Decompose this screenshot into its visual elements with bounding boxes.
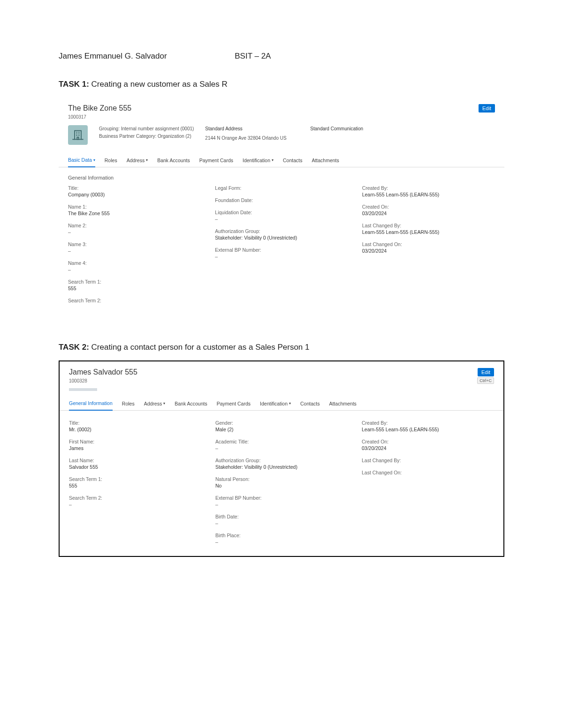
tab-basic-data[interactable]: Basic Data ▾ [68,154,95,167]
field-auth-group: Authorization Group: Stakeholder: Visibi… [215,458,348,470]
field-value: – [215,520,348,526]
edit-button[interactable]: Edit [478,368,494,376]
field-label: Name 1: [68,204,201,210]
form-col-3: Created By: Learn-555 Learn-555 (LEARN-5… [362,185,495,303]
screenshot-1: The Bike Zone 555 1000317 Edit Grouping:… [59,98,504,315]
field-value: 555 [68,285,201,291]
field-label: Authorization Group: [215,228,348,234]
field-label: Birth Date: [215,514,348,519]
field-value: The Bike Zone 555 [68,210,201,216]
field-value: Learn-555 Learn-555 (LEARN-555) [362,192,495,197]
field-value: 03/20/2024 [362,445,494,451]
field-value: Learn-555 Learn-555 (LEARN-555) [362,229,495,235]
field-natural-person: Natural Person: No [215,476,348,488]
form-grid: Title: Company (0003) Name 1: The Bike Z… [59,185,504,315]
field-label: Last Changed By: [362,223,495,228]
field-legal-form: Legal Form: [215,185,348,191]
tab-contacts[interactable]: Contacts [283,154,302,167]
tabs-bar: General Information Roles Address ▾ Bank… [60,398,503,411]
field-created-on: Created On: 03/20/2024 [362,204,495,216]
task2-heading: TASK 2: Creating a contact person for a … [59,343,504,352]
field-label: External BP Number: [215,495,348,501]
field-value: Company (0003) [68,192,201,197]
field-value: 03/20/2024 [362,210,495,216]
form-col-2: Gender: Male (2) Academic Title: – Autho… [215,420,348,545]
edit-button[interactable]: Edit [479,104,495,113]
tab-address[interactable]: Address ▾ [144,398,166,410]
field-name1: Name 1: The Bike Zone 555 [68,204,201,216]
field-last-changed-by: Last Changed By: Learn-555 Learn-555 (LE… [362,223,495,235]
field-value: – [68,229,201,235]
field-value: 555 [69,483,201,488]
tab-bank-accounts[interactable]: Bank Accounts [175,398,207,410]
field-label: Title: [69,420,201,426]
chevron-down-icon: ▾ [163,401,165,405]
form-col-1: Title: Mr. (0002) First Name: James Last… [69,420,201,545]
field-label: Search Term 1: [68,279,201,285]
field-title: Title: Mr. (0002) [69,420,201,432]
field-search-term-2: Search Term 2: [68,298,201,303]
field-name3: Name 3: – [68,241,201,254]
tab-payment-cards[interactable]: Payment Cards [217,398,251,410]
field-label: Birth Place: [215,533,348,538]
field-label: Title: [68,185,201,191]
screenshot-2: James Salvador 555 1000328 Edit Ctrl+C G… [59,360,504,557]
overview-row: Grouping: Internal number assignment (00… [59,123,504,154]
field-auth-group: Authorization Group: Stakeholder: Visibi… [215,228,348,240]
tab-roles[interactable]: Roles [122,398,135,410]
std-comm-label: Standard Communication [310,125,404,133]
grouping-value: Internal number assignment (0001) [121,126,194,131]
section-title: General Information [59,167,504,185]
tab-attachments[interactable]: Attachments [329,398,356,410]
tab-payment-cards[interactable]: Payment Cards [199,154,233,167]
tab-label: Basic Data [68,157,92,163]
tab-bank-accounts[interactable]: Bank Accounts [157,154,190,167]
tabs-bar: Basic Data ▾ Roles Address ▾ Bank Accoun… [59,154,504,167]
field-value: – [215,539,348,545]
tab-identification[interactable]: Identification ▾ [260,398,291,410]
field-value: 03/20/2024 [362,248,495,254]
field-academic-title: Academic Title: – [215,439,348,451]
field-label: Created By: [362,185,495,191]
form-col-3: Created By: Learn-555 Learn-555 (LEARN-5… [362,420,494,545]
field-label: First Name: [69,439,201,444]
field-label: Search Term 1: [69,476,201,482]
form-grid: Title: Mr. (0002) First Name: James Last… [60,411,503,556]
task1-prefix: TASK 1: [59,80,91,89]
svg-rect-0 [75,131,81,140]
tab-address[interactable]: Address ▾ [127,154,148,167]
field-value: Mr. (0002) [69,427,201,432]
tab-attachments[interactable]: Attachments [312,154,339,167]
field-external-bp: External BP Number: – [215,247,348,259]
object-header: James Salvador 555 1000328 Edit Ctrl+C [60,361,503,395]
field-last-changed-on: Last Changed On: 03/20/2024 [362,241,495,254]
field-label: Academic Title: [215,439,348,444]
tab-general-info[interactable]: General Information [69,398,113,411]
overview-col-2: Standard Address 2144 N Orange Ave 32804… [205,125,299,145]
field-value: – [68,248,201,254]
field-value: – [215,254,348,259]
tab-label: Identification [260,401,288,406]
field-label: Foundation Date: [215,197,348,203]
field-last-changed-on: Last Changed On: [362,470,494,475]
field-value: Male (2) [215,427,348,432]
field-value: Learn-555 Learn-555 (LEARN-555) [362,427,494,432]
field-label: Search Term 2: [69,495,201,501]
field-value: James [69,445,201,451]
field-liquidation-date: Liquidation Date: – [215,210,348,222]
field-label: Last Changed On: [362,241,495,247]
tab-identification[interactable]: Identification ▾ [243,154,274,167]
field-first-name: First Name: James [69,439,201,451]
field-search-term-2: Search Term 2: – [69,495,201,507]
tab-roles[interactable]: Roles [105,154,117,167]
ctrlc-button[interactable]: Ctrl+C [477,377,494,384]
field-external-bp: External BP Number: – [215,495,348,507]
field-birth-place: Birth Place: – [215,533,348,545]
bp-title: The Bike Zone 555 [68,104,495,113]
field-label: Created On: [362,204,495,210]
field-created-by: Created By: Learn-555 Learn-555 (LEARN-5… [362,185,495,197]
tab-contacts[interactable]: Contacts [300,398,320,410]
field-foundation-date: Foundation Date: [215,197,348,203]
field-value: – [215,216,348,222]
std-address-value: 2144 N Orange Ave 32804 Orlando US [205,135,299,142]
